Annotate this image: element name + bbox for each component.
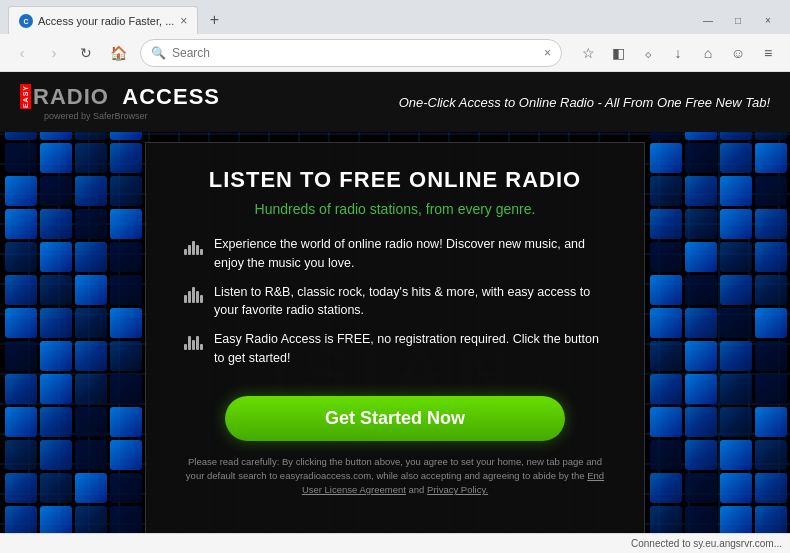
grid-cell (110, 209, 142, 239)
reload-button[interactable]: ↻ (72, 39, 100, 67)
grid-cell (5, 341, 37, 371)
profile-icon[interactable]: ☺ (724, 39, 752, 67)
status-bar: Connected to sy.eu.angsrvr.com... (0, 533, 790, 553)
grid-cell (720, 143, 752, 173)
grid-cell (720, 473, 752, 503)
grid-cell (650, 506, 682, 536)
back-icon: ‹ (20, 45, 25, 61)
grid-cell (5, 143, 37, 173)
grid-cell (75, 176, 107, 206)
grid-cell (755, 473, 787, 503)
grid-cell (40, 143, 72, 173)
grid-cell (75, 242, 107, 272)
sound-bar (200, 344, 203, 350)
get-started-button[interactable]: Get Started Now (225, 396, 566, 441)
grid-cell (720, 440, 752, 470)
sound-bar (196, 245, 199, 255)
grid-cell (720, 506, 752, 536)
sound-bar (184, 295, 187, 303)
menu-icon[interactable]: ≡ (754, 39, 782, 67)
tab-favicon: C (19, 14, 33, 28)
grid-cell (755, 374, 787, 404)
grid-cell (110, 440, 142, 470)
close-button[interactable]: × (754, 10, 782, 30)
grid-cell (5, 473, 37, 503)
back-button[interactable]: ‹ (8, 39, 36, 67)
feature-icon-1 (182, 236, 204, 258)
grid-cell (685, 275, 717, 305)
reading-icon[interactable]: ◧ (604, 39, 632, 67)
reload-icon: ↻ (80, 45, 92, 61)
logo-easy-text: EASY (20, 84, 31, 109)
card-title: LISTEN TO FREE ONLINE RADIO (209, 167, 582, 193)
download-icon[interactable]: ↓ (664, 39, 692, 67)
grid-cell (5, 176, 37, 206)
grid-cell (5, 440, 37, 470)
grid-cell (650, 341, 682, 371)
address-clear-icon[interactable]: × (544, 46, 551, 60)
feature-text-3: Easy Radio Access is FREE, no registrati… (214, 330, 608, 368)
home-button[interactable]: 🏠 (104, 39, 132, 67)
grid-cell (5, 275, 37, 305)
pocket-icon[interactable]: ⬦ (634, 39, 662, 67)
feature-item-3: Easy Radio Access is FREE, no registrati… (182, 330, 608, 368)
grid-cell (75, 473, 107, 503)
sound-bar (184, 344, 187, 350)
grid-cell (720, 275, 752, 305)
address-bar[interactable] (172, 46, 538, 60)
grid-cell (685, 473, 717, 503)
grid-cell (755, 341, 787, 371)
card-subtitle: Hundreds of radio stations, from every g… (255, 201, 536, 217)
logo-access-word: ACCESS (122, 84, 220, 109)
grid-cell (40, 209, 72, 239)
status-text: Connected to sy.eu.angsrvr.com... (631, 538, 782, 549)
grid-cell (755, 506, 787, 536)
tab-close-button[interactable]: × (180, 14, 187, 28)
grid-cell (5, 407, 37, 437)
grid-cell (650, 473, 682, 503)
grid-cell (650, 440, 682, 470)
minimize-button[interactable]: — (694, 10, 722, 30)
grid-cell (110, 143, 142, 173)
site-header: EASY RADIO ACCESS powered by SaferBrowse… (0, 72, 790, 132)
forward-icon: › (52, 45, 57, 61)
sound-bar (188, 245, 191, 255)
address-bar-container: 🔍 × (140, 39, 562, 67)
features-list: Experience the world of online radio now… (182, 235, 608, 378)
grid-cell (110, 473, 142, 503)
new-tab-button[interactable]: + (202, 8, 226, 32)
logo-text: RADIO ACCESS (33, 84, 220, 110)
svg-text:C: C (23, 18, 28, 25)
logo-powered-by: powered by SaferBrowser (44, 111, 220, 121)
grid-cell (720, 209, 752, 239)
synced-tabs-icon[interactable]: ⌂ (694, 39, 722, 67)
grid-cell (650, 176, 682, 206)
feature-item-1: Experience the world of online radio now… (182, 235, 608, 273)
grid-cell (40, 374, 72, 404)
grid-cell (650, 242, 682, 272)
logo-radio-word: RADIO (33, 84, 109, 109)
grid-cell (650, 407, 682, 437)
grid-cell (685, 506, 717, 536)
sound-bar (196, 336, 199, 350)
grid-cell (720, 407, 752, 437)
grid-cell (685, 407, 717, 437)
grid-cell (720, 341, 752, 371)
maximize-button[interactable]: □ (724, 10, 752, 30)
left-grid (0, 72, 145, 553)
sound-bar (188, 336, 191, 350)
privacy-link[interactable]: Privacy Policy. (427, 484, 488, 495)
grid-cell (110, 341, 142, 371)
sound-bar (200, 295, 203, 303)
browser-window: C Access your radio Faster, ... × + — □ … (0, 0, 790, 553)
grid-cell (110, 374, 142, 404)
browser-tab[interactable]: C Access your radio Faster, ... × (8, 6, 198, 34)
bookmark-star-icon[interactable]: ☆ (574, 39, 602, 67)
grid-cell (650, 308, 682, 338)
feature-text-1: Experience the world of online radio now… (214, 235, 608, 273)
grid-cell (720, 176, 752, 206)
grid-cell (685, 440, 717, 470)
feature-text-2: Listen to R&B, classic rock, today's hit… (214, 283, 608, 321)
tab-title: Access your radio Faster, ... (38, 15, 174, 27)
forward-button[interactable]: › (40, 39, 68, 67)
